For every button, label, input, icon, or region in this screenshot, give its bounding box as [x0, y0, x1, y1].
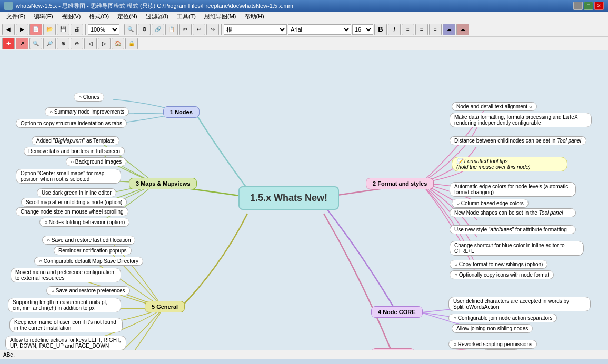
tb2-btn2[interactable]: ↗ — [16, 38, 28, 49]
node-scripting-perms[interactable]: ○ Reworked scripting permissions — [448, 340, 537, 349]
root-node[interactable]: 1.5.x Whats New! — [238, 186, 339, 210]
menu-edit[interactable]: 编辑(E) — [29, 12, 57, 22]
node-center-maps[interactable]: Option "Center small maps" for map posit… — [16, 169, 121, 184]
menu-format[interactable]: 格式(O) — [85, 12, 113, 22]
cloud2-button[interactable]: ☁ — [456, 24, 469, 35]
tb-btn5[interactable]: ✂ — [179, 24, 192, 35]
align-right-button[interactable]: ≡ — [429, 24, 442, 35]
node-join-separators[interactable]: ○ Configurable join node action separato… — [448, 314, 557, 322]
node-copy-format[interactable]: ○ Copy format to new siblings (option) — [450, 260, 547, 269]
tb2-btn8[interactable]: ▷ — [98, 38, 111, 49]
minimize-button[interactable]: ─ — [573, 2, 583, 10]
tb-btn2[interactable]: ⚙ — [138, 24, 151, 35]
node-save-prefs[interactable]: ○ Save and restore preferences — [46, 286, 130, 295]
tb2-btn4[interactable]: 🔎 — [43, 38, 56, 49]
menu-mindmap[interactable]: 思维导图(M) — [200, 12, 241, 22]
toolbar-1: ◀ ▶ 📄 📂 💾 🖨 100% 75% 50% 150% 🔍 ⚙ 🔗 📋 ✂ … — [0, 22, 608, 37]
node-init-scripts[interactable]: ○ Init scripts — [482, 349, 520, 350]
branch-format[interactable]: 2 Format and styles — [366, 178, 434, 189]
node-moved-menu[interactable]: Moved menu and preference configuration … — [11, 268, 121, 282]
branch-nodes[interactable]: 1 Nodes — [163, 106, 200, 118]
branch-general[interactable]: 5 General — [145, 301, 185, 312]
node-icon-name[interactable]: Keep icon name of user icon if it's not … — [9, 318, 123, 332]
node-change-node-size[interactable]: Change node size on mouse wheel scrollin… — [16, 207, 128, 216]
new-button[interactable]: 📄 — [29, 24, 42, 35]
branch-maps[interactable]: 3 Maps & Mapviews — [129, 178, 197, 189]
node-formatted-tips[interactable]: 📝 Formatted tool tips(hold the mouse ove… — [452, 157, 567, 171]
title-text: whatsNew-1.5.x - 思维导图 - 思维导图模式 模式 (只读) C… — [16, 2, 573, 10]
status-bar: ABc . — [0, 350, 608, 359]
node-length-units[interactable]: Supporting length measurement units pt, … — [8, 298, 121, 312]
back-button[interactable]: ◀ — [2, 24, 15, 35]
sep3 — [221, 24, 222, 35]
menu-help[interactable]: 帮助(H) — [241, 12, 268, 22]
menu-tools[interactable]: 工具(T) — [173, 12, 200, 22]
tb-btn7[interactable]: ↪ — [206, 24, 219, 35]
save-button[interactable]: 💾 — [57, 24, 69, 35]
node-auto-edge-colors[interactable]: Automatic edge colors for node levels (a… — [450, 182, 576, 197]
print-button[interactable]: 🖨 — [71, 24, 83, 35]
tb2-btn10[interactable]: 🔒 — [125, 38, 138, 49]
cloud1-button[interactable]: ☁ — [443, 24, 455, 35]
tb2-btn6[interactable]: ⊖ — [71, 38, 83, 49]
node-text-align[interactable]: Node and detail text alignment ○ — [452, 102, 537, 111]
node-join-non-sibling[interactable]: Allow joining non sibling nodes — [452, 324, 533, 333]
node-clones[interactable]: ○ Clones — [74, 93, 104, 102]
node-folding[interactable]: ○ Nodes folding behaviour (option) — [39, 218, 129, 227]
toolbar-2: ✚ ↗ 🔍 🔎 ⊕ ⊖ ◁ ▷ 🏠 🔒 — [0, 37, 608, 50]
close-button[interactable]: ✕ — [594, 2, 604, 10]
node-column-edge[interactable]: ○ Column based edge colors — [452, 199, 529, 208]
italic-button[interactable]: I — [388, 24, 401, 35]
node-scroll-map[interactable]: Scroll map after unfolding a node (optio… — [21, 198, 127, 207]
main-canvas: 1.5.x Whats New! 1 Nodes ○ Clones ○ Summ… — [0, 50, 608, 350]
open-button[interactable]: 📂 — [43, 24, 56, 35]
node-bg-images[interactable]: ○ Background images — [66, 157, 126, 166]
font-select[interactable]: 根 — [224, 24, 287, 35]
app-icon — [4, 2, 13, 10]
node-summary[interactable]: ○ Summary node improvements — [45, 107, 129, 116]
font-name-select[interactable]: Arial — [288, 24, 351, 35]
maximize-button[interactable]: □ — [584, 2, 593, 10]
zoom-select[interactable]: 100% 75% 50% 150% — [88, 24, 119, 35]
node-redefine-actions[interactable]: Allow to redefine actions for keys LEFT,… — [5, 336, 126, 350]
align-center-button[interactable]: ≡ — [415, 24, 428, 35]
node-distance[interactable]: Distance between child nodes can be set … — [450, 136, 586, 145]
tb-btn6[interactable]: ↩ — [193, 24, 205, 35]
menu-file[interactable]: 文件(F) — [2, 12, 29, 22]
node-blue-shortcut[interactable]: Change shortcut for blue color in inline… — [450, 241, 584, 256]
tb2-btn7[interactable]: ◁ — [84, 38, 97, 49]
node-remove-tabs[interactable]: Remove tabs and borders in full screen — [24, 147, 125, 156]
node-map-save-dir[interactable]: ○ Configurable default Map Save Director… — [34, 257, 143, 266]
menu-bar: 文件(F) 编辑(E) 视图(V) 格式(O) 定位(N) 过滤器(I) 工具(… — [0, 12, 608, 22]
node-data-format[interactable]: Make data formatting, formula processing… — [450, 113, 592, 127]
node-copy-structure[interactable]: Option to copy structure indentation as … — [16, 119, 127, 128]
menu-view[interactable]: 视图(V) — [57, 12, 85, 22]
node-user-chars[interactable]: User defined characters are accepted in … — [448, 297, 591, 311]
status-text: ABc . — [3, 352, 16, 358]
menu-navigate[interactable]: 定位(N) — [113, 12, 141, 22]
tb-btn3[interactable]: 🔗 — [152, 24, 164, 35]
tb-btn4[interactable]: 📋 — [165, 24, 178, 35]
node-attributes[interactable]: Use new style "attributes" for attribute… — [450, 225, 576, 234]
node-dark-green[interactable]: Use dark green in inline editor — [37, 188, 116, 197]
node-copy-icons[interactable]: ○ Optionally copy icons with node format — [450, 270, 554, 279]
tb2-btn5[interactable]: ⊕ — [57, 38, 69, 49]
node-reminder[interactable]: Reminder notification popups — [54, 246, 132, 255]
node-save-edit[interactable]: ○ Save and restore last edit location — [42, 236, 135, 245]
sep1 — [85, 24, 86, 35]
forward-button[interactable]: ▶ — [16, 24, 28, 35]
menu-filter[interactable]: 过滤器(I) — [142, 12, 173, 22]
bold-button[interactable]: B — [374, 24, 387, 35]
branch-scripting[interactable]: 6 Scripting — [371, 348, 415, 350]
tb2-btn3[interactable]: 🔍 — [29, 38, 42, 49]
title-bar: whatsNew-1.5.x - 思维导图 - 思维导图模式 模式 (只读) C… — [0, 0, 608, 12]
tb-btn1[interactable]: 🔍 — [124, 24, 137, 35]
tb2-btn9[interactable]: 🏠 — [112, 38, 124, 49]
branch-nodecore[interactable]: 4 Node CORE — [371, 306, 423, 318]
align-left-button[interactable]: ≡ — [402, 24, 414, 35]
node-new-shapes[interactable]: New Node shapes can be set in the Tool p… — [450, 208, 576, 217]
tb2-btn1[interactable]: ✚ — [2, 38, 15, 49]
font-size-select[interactable]: 16 12 14 18 — [352, 24, 373, 35]
node-bigmap[interactable]: Added "BigMap.mm" as Template — [32, 136, 119, 145]
window-controls[interactable]: ─ □ ✕ — [573, 2, 604, 10]
